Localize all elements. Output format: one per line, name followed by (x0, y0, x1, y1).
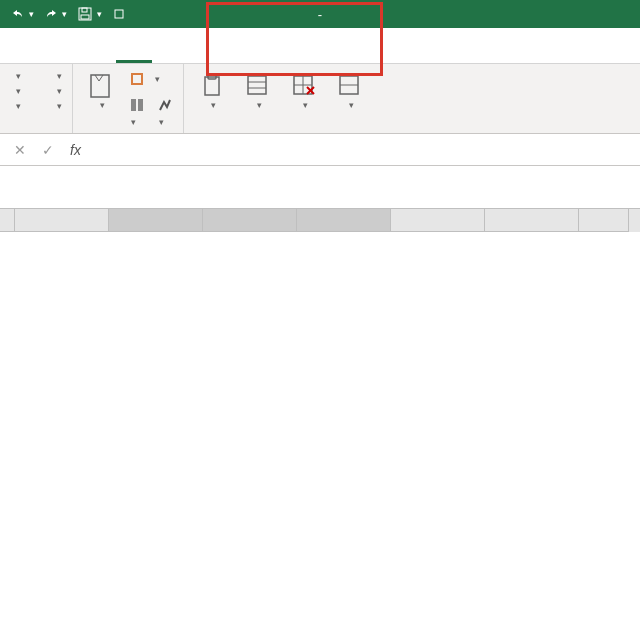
redo-button[interactable]: ▾ (41, 5, 70, 23)
col-header-d[interactable] (109, 209, 203, 232)
svg-rect-8 (138, 99, 143, 111)
col-header-h[interactable] (485, 209, 579, 232)
svg-rect-1 (82, 8, 87, 12)
ribbon-group-label-numeric (81, 129, 175, 131)
numeric-small-2[interactable]: ▾ (157, 97, 173, 128)
ribbon-group-text: ▾ ▾ ▾ ▾ ▾ ▾ (0, 64, 73, 133)
delete-grid-icon (290, 72, 318, 100)
more-text-button[interactable]: ▾ (45, 100, 64, 112)
col-header-e[interactable] (203, 209, 297, 232)
ribbon-group-label-edit (192, 129, 370, 131)
trim-spaces-button[interactable]: ▾ (45, 85, 64, 97)
round-button[interactable]: ▾ (127, 70, 175, 88)
tab-fanggezi[interactable] (116, 44, 152, 63)
svg-rect-7 (131, 99, 136, 111)
qat-more[interactable] (109, 5, 129, 23)
tab-formulas[interactable] (44, 44, 80, 63)
svg-rect-6 (133, 75, 141, 83)
title-bar: ▾ ▾ ▾ - (0, 0, 640, 28)
numeric-button[interactable]: ▾ (81, 70, 121, 129)
spacer (0, 166, 640, 208)
column-headers (0, 208, 640, 232)
clipboard-icon (198, 72, 226, 100)
ribbon: ▾ ▾ ▾ ▾ ▾ ▾ ▾ ▾ (0, 64, 640, 134)
extract-text-button[interactable]: ▾ (8, 100, 23, 112)
col-header-i[interactable] (579, 209, 629, 232)
insert-icon (244, 72, 272, 100)
numeric-small-1[interactable]: ▾ (129, 97, 145, 128)
merge-convert-button[interactable]: ▾ (330, 70, 370, 129)
delete-text-button[interactable]: ▾ (8, 85, 23, 97)
ribbon-tabs (0, 28, 640, 64)
formula-bar: ✕ ✓ fx (0, 134, 640, 166)
confirm-icon[interactable]: ✓ (34, 142, 62, 158)
col-header-g[interactable] (391, 209, 485, 232)
svg-rect-4 (91, 75, 109, 97)
svg-rect-3 (115, 10, 123, 18)
insert-new-button[interactable]: ▾ (238, 70, 278, 129)
insert-text-button[interactable]: ▾ (8, 70, 23, 82)
ribbon-group-label-text (8, 129, 64, 131)
numeric-icon (87, 72, 115, 100)
fx-icon[interactable]: fx (62, 142, 89, 158)
svg-rect-2 (81, 15, 89, 19)
col-header-c[interactable] (15, 209, 109, 232)
tab-diy-toolbox[interactable] (152, 44, 188, 63)
round-icon (129, 71, 145, 87)
batch-delete-button[interactable]: ▾ (284, 70, 324, 129)
undo-button[interactable]: ▾ (8, 5, 37, 23)
save-button[interactable]: ▾ (74, 4, 105, 24)
window-title: - (312, 7, 328, 22)
tab-page-layout[interactable] (8, 44, 44, 63)
select-all-corner[interactable] (0, 209, 15, 232)
case-button[interactable]: ▾ (45, 70, 64, 82)
quick-access-toolbar: ▾ ▾ ▾ (8, 4, 129, 24)
copy-paste-button[interactable]: ▾ (192, 70, 232, 129)
ribbon-group-edit: ▾ ▾ ▾ ▾ (184, 64, 378, 133)
col-header-f[interactable] (297, 209, 391, 232)
ribbon-group-numeric: ▾ ▾ ▾ ▾ (73, 64, 184, 133)
cancel-icon[interactable]: ✕ (6, 142, 34, 158)
tab-data[interactable] (80, 44, 116, 63)
keep-values-button[interactable] (127, 91, 175, 93)
merge-icon (336, 72, 364, 100)
svg-rect-11 (248, 76, 266, 94)
